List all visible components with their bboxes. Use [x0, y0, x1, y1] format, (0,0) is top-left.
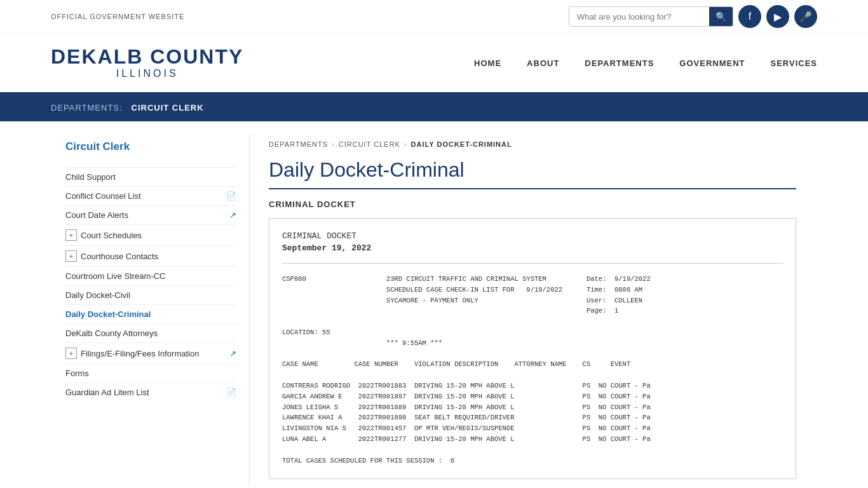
guardian-pdf-icon: 📄 — [226, 388, 236, 397]
dekalb-attorneys-label: DeKalb County Attorneys — [65, 329, 158, 338]
sidebar-item-courtroom-live[interactable]: Courtroom Live Stream-CC — [65, 266, 236, 285]
sidebar-item-dekalb-attorneys[interactable]: DeKalb County Attorneys — [65, 323, 236, 342]
expand-icon-3: + — [65, 348, 77, 359]
breadcrumb-departments[interactable]: DEPARTMENTS — [269, 140, 328, 148]
sidebar-item-filings[interactable]: + Filings/E-Filing/Fees Information ↗ — [65, 342, 236, 363]
nav-services[interactable]: SERVICES — [770, 58, 817, 68]
docket-box: CRIMINAL DOCKET September 19, 2022 CSP08… — [269, 218, 796, 479]
top-bar-right: 🔍 f ▶ 🎤 — [569, 5, 817, 28]
expand-icon: + — [65, 229, 77, 241]
facebook-button[interactable]: f — [738, 5, 761, 28]
dept-banner: DEPARTMENTS: CIRCUIT CLERK — [0, 94, 868, 121]
microphone-button[interactable]: 🎤 — [794, 5, 817, 28]
sidebar-item-conflict-counsel[interactable]: Conflict Counsel List 📄 — [65, 186, 236, 205]
top-bar: OFFICIAL GOVERNMENT WEBSITE 🔍 f ▶ 🎤 — [0, 0, 868, 34]
filings-ext-icon: ↗ — [229, 349, 236, 358]
search-bar[interactable]: 🔍 — [569, 6, 733, 27]
sidebar-item-court-schedules[interactable]: + Court Schedules — [65, 224, 236, 245]
nav-government[interactable]: GOVERNMENT — [679, 58, 745, 68]
nav-about[interactable]: ABOUT — [527, 58, 559, 68]
site-logo: DEKALB COUNTY ILLINOIS — [51, 46, 243, 79]
court-schedules-label: Court Schedules — [81, 231, 142, 240]
sidebar-item-courthouse-contacts[interactable]: + Courthouse Contacts — [65, 245, 236, 266]
guardian-label: Guardian Ad Litem List — [65, 388, 149, 397]
court-date-alerts-label: Court Date Alerts — [65, 210, 128, 220]
breadcrumb-sep-2: › — [404, 140, 407, 148]
logo-main: DEKALB COUNTY — [51, 46, 243, 67]
child-support-label: Child Support — [65, 172, 116, 182]
courthouse-contacts-label: Courthouse Contacts — [81, 252, 158, 261]
docket-header-line: CRIMINAL DOCKET — [282, 231, 783, 241]
docket-divider — [282, 263, 783, 264]
dept-label: DEPARTMENTS: — [51, 103, 123, 112]
sidebar-item-child-support[interactable]: Child Support — [65, 167, 236, 186]
forms-label: Forms — [65, 369, 89, 378]
sidebar-title: Circuit Clerk — [65, 140, 236, 158]
sidebar-item-court-date-alerts[interactable]: Court Date Alerts ↗ — [65, 205, 236, 224]
page-title: Daily Docket-Criminal — [269, 158, 796, 189]
main-nav: HOME ABOUT DEPARTMENTS GOVERNMENT SERVIC… — [474, 58, 817, 68]
courtroom-live-label: Courtroom Live Stream-CC — [65, 271, 166, 281]
search-input[interactable] — [569, 8, 709, 25]
sidebar-item-forms[interactable]: Forms — [65, 363, 236, 383]
daily-civil-label: Daily Docket-Civil — [65, 290, 130, 300]
sidebar-item-daily-civil[interactable]: Daily Docket-Civil — [65, 285, 236, 304]
docket-header-date: September 19, 2022 — [282, 243, 783, 253]
breadcrumb-sep-1: › — [332, 140, 335, 148]
nav-departments[interactable]: DEPARTMENTS — [585, 58, 654, 68]
sidebar-item-guardian[interactable]: Guardian Ad Litem List 📄 — [65, 383, 236, 402]
youtube-button[interactable]: ▶ — [766, 5, 789, 28]
breadcrumb-current: DAILY DOCKET-CRIMINAL — [411, 140, 512, 148]
breadcrumb: DEPARTMENTS › CIRCUIT CLERK › DAILY DOCK… — [269, 140, 796, 148]
pdf-icon: 📄 — [226, 191, 236, 201]
docket-content: CSP080 23RD CIRCUIT TRAFFIC AND CRIMINAL… — [282, 274, 783, 466]
nav-home[interactable]: HOME — [474, 58, 501, 68]
section-label: CRIMINAL DOCKET — [269, 200, 796, 209]
official-label: OFFICIAL GOVERNMENT WEBSITE — [51, 13, 184, 20]
sidebar-item-daily-criminal[interactable]: Daily Docket-Criminal — [65, 304, 236, 323]
sidebar: Circuit Clerk Child Support Conflict Cou… — [53, 134, 250, 485]
expand-icon-2: + — [65, 250, 77, 262]
breadcrumb-circuit-clerk[interactable]: CIRCUIT CLERK — [339, 140, 400, 148]
logo-sub: ILLINOIS — [51, 68, 243, 79]
site-header: DEKALB COUNTY ILLINOIS HOME ABOUT DEPART… — [0, 34, 868, 94]
main-content: DEPARTMENTS › CIRCUIT CLERK › DAILY DOCK… — [250, 134, 815, 485]
daily-criminal-label: Daily Docket-Criminal — [65, 309, 151, 319]
conflict-counsel-label: Conflict Counsel List — [65, 191, 141, 201]
dept-name: CIRCUIT CLERK — [132, 103, 204, 112]
external-link-icon: ↗ — [229, 210, 236, 220]
filings-label: Filings/E-Filing/Fees Information — [81, 349, 199, 358]
content-wrapper: Circuit Clerk Child Support Conflict Cou… — [53, 121, 815, 488]
search-button[interactable]: 🔍 — [709, 7, 733, 26]
